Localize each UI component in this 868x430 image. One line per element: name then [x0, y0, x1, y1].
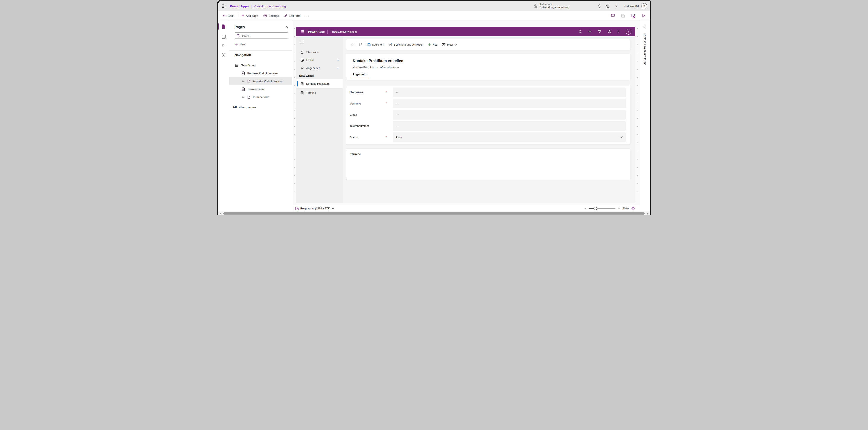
nachname-input[interactable]: --- [393, 87, 626, 97]
record-back-button[interactable] [348, 39, 357, 50]
rail-pages-icon[interactable] [218, 23, 229, 30]
zoom-slider[interactable] [589, 208, 616, 209]
notifications-bell-icon[interactable] [595, 4, 603, 8]
app-waffle-icon[interactable] [301, 30, 304, 33]
save-icon[interactable] [619, 14, 627, 18]
app-content: Speichern Speichern und schließen Neu [343, 36, 635, 203]
sidebar-item-startseite[interactable]: Startseite [296, 48, 343, 56]
maker-brand[interactable]: Power Apps [230, 4, 249, 8]
chevron-down-icon [332, 208, 334, 209]
publish-icon[interactable] [629, 14, 638, 18]
zoom-out-button[interactable]: − [584, 207, 586, 210]
settings-button[interactable]: Settings [261, 11, 282, 20]
app-hamburger-icon[interactable] [300, 40, 304, 44]
flow-button[interactable]: Flow [440, 39, 459, 50]
field-label: Email [350, 113, 386, 116]
tree-group-new-group[interactable]: New Group [229, 61, 292, 69]
designer-canvas: Power Apps Praktikumsverwaltung [292, 21, 640, 211]
tree-item-kontake-praktikum-view[interactable]: Kontake Praktikum view [229, 69, 292, 77]
toolbar-right-icons [609, 14, 648, 18]
user-name[interactable]: Praktikant01 [624, 4, 639, 8]
back-button[interactable]: Back [220, 11, 237, 20]
form-fields-card: Nachname * --- Vorname * --- Email [346, 85, 630, 144]
chevron-down-icon[interactable] [337, 59, 339, 61]
email-input[interactable]: --- [393, 110, 626, 119]
sidebar-item-angeheftet[interactable]: Angeheftet [296, 64, 343, 72]
horizontal-scrollbar[interactable] [218, 211, 650, 215]
environment-value: Entwicklungsumgebung [540, 6, 569, 9]
record-subline: Kontake Praktikum · Informationen [353, 66, 399, 69]
zoom-value: 90 % [623, 207, 629, 210]
play-preview-icon[interactable] [640, 14, 648, 18]
record-title: Kontake Praktikum erstellen [353, 59, 403, 63]
more-commands-button[interactable]: ⋯ [303, 14, 311, 18]
save-record-button[interactable]: Speichern [365, 39, 386, 50]
tab-allgemein[interactable]: Allgemein [351, 73, 369, 78]
dot-separator: · [377, 66, 378, 69]
app-gear-icon[interactable] [608, 30, 611, 33]
tree-item-termine-view[interactable]: Termine view [229, 85, 292, 93]
user-avatar[interactable]: P [642, 3, 647, 9]
chevron-down-icon [397, 67, 399, 68]
tree-item-termine-form[interactable]: Termine form [229, 93, 292, 101]
settings-label: Settings [269, 14, 279, 18]
sidebar-item-letzte[interactable]: Letzte [296, 56, 343, 64]
comments-icon[interactable] [609, 14, 617, 18]
app-avatar[interactable]: # [626, 29, 631, 35]
scroll-right-arrow[interactable] [647, 212, 649, 215]
right-rail-label[interactable]: Kontake Praktikum forms [643, 33, 647, 65]
settings-gear-icon[interactable] [603, 4, 612, 8]
new-record-button[interactable]: Neu [426, 39, 440, 50]
fit-to-screen-icon[interactable] [631, 207, 635, 210]
edit-form-button[interactable]: Edit form [282, 11, 303, 20]
waffle-icon[interactable] [222, 4, 225, 8]
status-select[interactable]: Aktiv [393, 133, 626, 142]
zoom-slider-knob[interactable] [594, 207, 597, 210]
sidebar-item-label: Startseite [306, 51, 318, 54]
environment-picker[interactable]: Environment Entwicklungsumgebung [534, 3, 569, 9]
sidebar-item-kontake-praktikum[interactable]: Kontake Praktikum [296, 79, 343, 88]
expand-panel-chevron-icon[interactable] [643, 25, 645, 29]
panel-divider [229, 50, 292, 51]
device-size-selector[interactable]: Responsive (1496 x 773) [295, 207, 334, 210]
pages-panel: Pages New Navigation [229, 21, 292, 211]
rail-data-table-icon[interactable] [218, 33, 229, 40]
save-close-button[interactable]: Speichern und schließen [386, 39, 426, 50]
navigation-tree: New Group Kontake Praktikum view Kontak [229, 61, 292, 101]
pages-search [235, 32, 288, 38]
open-in-new-icon[interactable] [357, 39, 365, 50]
app-add-icon[interactable] [588, 30, 592, 33]
help-icon[interactable]: ? [612, 4, 621, 8]
vorname-input[interactable]: --- [393, 99, 626, 108]
app-filter-icon[interactable] [598, 30, 601, 33]
telefonnummer-input[interactable]: --- [393, 121, 626, 131]
tree-item-kontake-praktikum-form[interactable]: Kontake Praktikum form [229, 77, 292, 85]
app-search-icon[interactable] [579, 30, 582, 33]
app-help-icon[interactable]: ? [618, 30, 619, 33]
rail-code-icon[interactable] [218, 51, 229, 58]
chevron-down-icon [620, 136, 623, 138]
scroll-left-arrow[interactable] [220, 212, 221, 215]
zoom-in-button[interactable]: + [618, 207, 620, 210]
navigation-heading: Navigation [235, 53, 251, 57]
form-selector[interactable]: Informationen [380, 66, 399, 69]
new-record-label: Neu [433, 43, 437, 46]
chevron-down-icon[interactable] [337, 67, 339, 69]
sidebar-item-termine[interactable]: Termine [296, 89, 343, 97]
scrollbar-thumb[interactable] [223, 212, 645, 214]
close-panel-icon[interactable] [286, 26, 289, 29]
rail-automation-icon[interactable] [218, 42, 229, 49]
form-page-icon [247, 80, 251, 83]
save-close-label: Speichern und schließen [394, 43, 424, 46]
app-preview: Power Apps Praktikumsverwaltung [296, 27, 635, 203]
topbar-right-cluster: Environment Entwicklungsumgebung ? Prakt… [534, 3, 650, 9]
entity-name: Kontake Praktikum [353, 66, 375, 69]
selected-indicator [297, 81, 298, 86]
add-page-button[interactable]: Add page [239, 11, 261, 20]
tree-item-label: Kontake Praktikum view [247, 71, 278, 75]
new-page-button[interactable]: New [235, 42, 245, 46]
add-page-label: Add page [246, 14, 258, 18]
browser-window: Power Apps|Praktikumsverwaltung Environm… [217, 0, 651, 215]
search-input[interactable] [241, 34, 286, 37]
app-header: Power Apps Praktikumsverwaltung [296, 27, 635, 36]
